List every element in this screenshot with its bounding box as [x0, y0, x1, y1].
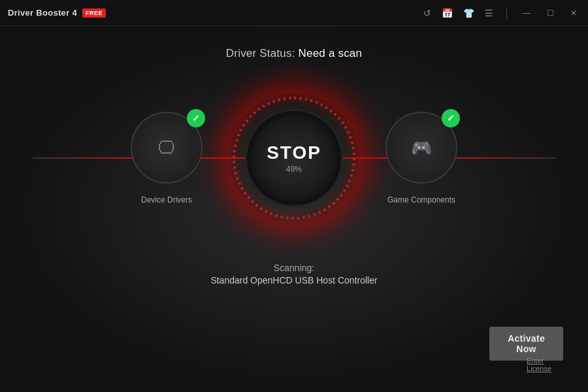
game-components-check: ✓	[442, 109, 460, 127]
game-components-label: Game Components	[387, 195, 455, 204]
main-content: Driver Status: Need a scan 🖵 ✓ Device Dr…	[0, 26, 588, 392]
stop-label: STOP	[267, 142, 321, 163]
game-components-circle[interactable]: 🎮 ✓	[385, 112, 457, 184]
minimize-button[interactable]: —	[520, 8, 533, 18]
scanning-info: Scanning: Standard OpenHCD USB Host Cont…	[210, 263, 377, 286]
scanning-label: Scanning:	[210, 263, 377, 273]
device-drivers-section: 🖵 ✓ Device Drivers	[131, 112, 203, 204]
separator	[506, 8, 507, 18]
scan-area: 🖵 ✓ Device Drivers STOP 49%	[0, 93, 588, 223]
driver-status: Driver Status: Need a scan	[226, 47, 362, 60]
shirt-icon[interactable]: 👕	[463, 8, 474, 18]
game-components-section: 🎮 ✓ Game Components	[385, 112, 457, 204]
device-drivers-circle[interactable]: 🖵 ✓	[131, 112, 203, 184]
device-drivers-check: ✓	[187, 109, 205, 127]
titlebar-left: Driver Booster 4 FREE	[8, 8, 106, 18]
calendar-icon[interactable]: 📅	[442, 8, 453, 18]
menu-icon[interactable]: ☰	[485, 8, 493, 18]
status-value: Need a scan	[299, 47, 363, 59]
monitor-icon: 🖵	[158, 138, 175, 158]
scanning-item: Standard OpenHCD USB Host Controller	[210, 275, 377, 286]
stop-button[interactable]: STOP 49%	[245, 109, 343, 207]
device-drivers-label: Device Drivers	[141, 195, 192, 204]
titlebar-icons: ↺ 📅 👕 ☰ — ☐ ✕	[423, 8, 580, 18]
activate-now-button[interactable]: Activate Now	[489, 327, 563, 361]
titlebar: Driver Booster 4 FREE ↺ 📅 👕 ☰ — ☐ ✕	[0, 0, 588, 26]
stop-button-outer: STOP 49%	[229, 93, 359, 223]
status-label: Driver Status:	[226, 47, 299, 59]
close-button[interactable]: ✕	[567, 8, 580, 18]
enter-license-link[interactable]: Enter License	[527, 357, 551, 372]
free-badge: FREE	[82, 8, 106, 18]
maximize-button[interactable]: ☐	[544, 8, 557, 18]
stop-percent: 49%	[286, 165, 302, 174]
gamepad-icon: 🎮	[411, 138, 432, 158]
app-title: Driver Booster 4	[8, 8, 77, 18]
stop-button-wrapper: STOP 49%	[229, 93, 359, 223]
refresh-icon[interactable]: ↺	[423, 8, 431, 18]
